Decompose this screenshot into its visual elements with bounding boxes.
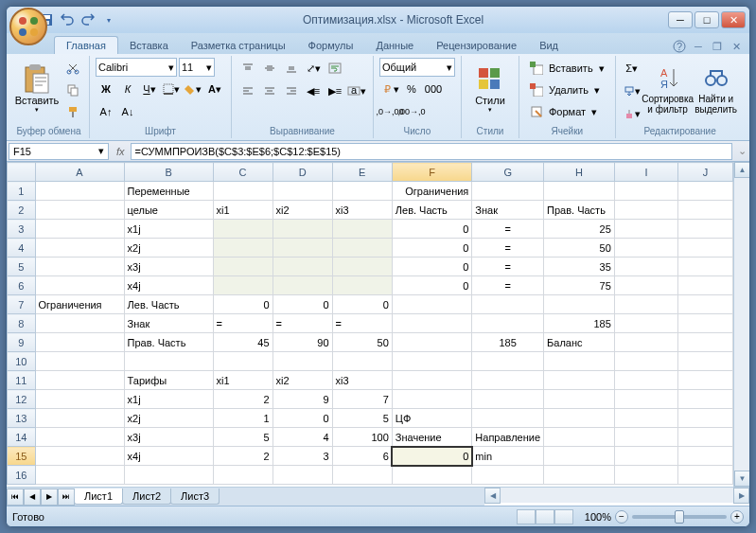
percent-icon[interactable]: % bbox=[401, 79, 422, 99]
cell[interactable]: 6 bbox=[332, 447, 392, 466]
row-header[interactable]: 3 bbox=[8, 220, 36, 239]
cell[interactable]: Тарифы bbox=[124, 371, 213, 390]
col-header[interactable]: J bbox=[678, 163, 733, 182]
cell[interactable] bbox=[678, 220, 733, 239]
cell[interactable] bbox=[544, 466, 615, 485]
cell[interactable] bbox=[614, 447, 677, 466]
cell[interactable] bbox=[35, 428, 124, 447]
cell[interactable] bbox=[614, 371, 677, 390]
row-header[interactable]: 11 bbox=[8, 371, 36, 390]
border-icon[interactable]: ▾ bbox=[161, 79, 182, 99]
col-header[interactable]: C bbox=[213, 163, 273, 182]
zoom-in-icon[interactable]: + bbox=[730, 510, 744, 524]
cell[interactable]: x2j bbox=[124, 409, 213, 428]
col-header[interactable]: D bbox=[273, 163, 332, 182]
cell[interactable] bbox=[614, 352, 677, 371]
row-header[interactable]: 16 bbox=[8, 466, 36, 485]
cell[interactable] bbox=[35, 276, 124, 295]
cell[interactable]: Значение bbox=[392, 428, 472, 447]
row-header[interactable]: 2 bbox=[8, 201, 36, 220]
tab-home[interactable]: Главная bbox=[54, 36, 118, 54]
cell[interactable] bbox=[678, 333, 733, 352]
cell[interactable]: 3 bbox=[273, 447, 332, 466]
cell[interactable]: x4j bbox=[124, 276, 213, 295]
cell[interactable] bbox=[35, 390, 124, 409]
col-header[interactable]: F bbox=[392, 163, 472, 182]
cell[interactable]: 0 bbox=[392, 276, 472, 295]
cell[interactable]: 1 bbox=[213, 409, 273, 428]
cell[interactable]: x2j bbox=[124, 239, 213, 258]
cell[interactable] bbox=[544, 447, 615, 466]
row-header[interactable]: 8 bbox=[8, 314, 36, 333]
sheet-tab-3[interactable]: Лист3 bbox=[170, 489, 220, 505]
cell[interactable] bbox=[35, 182, 124, 201]
cell[interactable] bbox=[213, 352, 273, 371]
grid[interactable]: ABCDEFGHIJ1ПеременныеОграничения2целыеxi… bbox=[7, 162, 733, 487]
cell[interactable] bbox=[614, 428, 677, 447]
shrink-font-icon[interactable]: A↓ bbox=[117, 101, 138, 122]
cell[interactable] bbox=[35, 466, 124, 485]
autosum-icon[interactable]: Σ▾ bbox=[622, 58, 642, 79]
cell[interactable] bbox=[35, 447, 124, 466]
cell[interactable] bbox=[614, 466, 677, 485]
orientation-icon[interactable]: ⤢▾ bbox=[303, 58, 324, 79]
cell[interactable] bbox=[614, 333, 677, 352]
accounting-format-icon[interactable]: ₽▾ bbox=[379, 79, 400, 99]
cell[interactable] bbox=[614, 201, 677, 220]
cell[interactable]: Ограничения bbox=[35, 295, 124, 314]
cell[interactable] bbox=[392, 371, 472, 390]
cell[interactable]: = bbox=[273, 314, 332, 333]
cell[interactable] bbox=[35, 333, 124, 352]
cell[interactable] bbox=[35, 239, 124, 258]
cell[interactable]: xi1 bbox=[213, 201, 273, 220]
row-header[interactable]: 12 bbox=[8, 390, 36, 409]
cell[interactable] bbox=[614, 295, 677, 314]
cell[interactable] bbox=[332, 466, 392, 485]
row-header[interactable]: 1 bbox=[8, 182, 36, 201]
cell[interactable]: xi3 bbox=[332, 201, 392, 220]
row-header[interactable]: 14 bbox=[8, 428, 36, 447]
page-break-view-icon[interactable] bbox=[554, 509, 573, 524]
cell[interactable]: xi1 bbox=[213, 371, 273, 390]
col-header[interactable] bbox=[8, 163, 36, 182]
cell[interactable]: 45 bbox=[213, 333, 273, 352]
cell[interactable]: Направление bbox=[472, 428, 544, 447]
cell[interactable]: = bbox=[472, 258, 544, 276]
cell[interactable] bbox=[678, 390, 733, 409]
delete-cells-button[interactable]: Удалить▾ bbox=[525, 80, 605, 100]
wrap-text-icon[interactable] bbox=[325, 58, 345, 79]
cell[interactable]: 4 bbox=[273, 428, 332, 447]
tab-review[interactable]: Рецензирование bbox=[425, 37, 528, 54]
merge-center-icon[interactable]: a▾ bbox=[346, 80, 367, 101]
cell[interactable]: Ограничения bbox=[392, 182, 472, 201]
cell[interactable] bbox=[392, 314, 472, 333]
cell[interactable]: Лев. Часть bbox=[124, 295, 213, 314]
fx-icon[interactable]: fx bbox=[111, 146, 131, 157]
cell[interactable]: = bbox=[332, 314, 392, 333]
cell[interactable] bbox=[213, 276, 273, 295]
cell[interactable] bbox=[544, 352, 615, 371]
undo-icon[interactable] bbox=[58, 10, 77, 29]
cell[interactable]: xi3 bbox=[332, 371, 392, 390]
cell[interactable]: x4j bbox=[124, 447, 213, 466]
cell[interactable] bbox=[472, 182, 544, 201]
cell[interactable] bbox=[35, 258, 124, 276]
sheet-nav-prev-icon[interactable]: ◀ bbox=[24, 489, 41, 506]
cell[interactable] bbox=[332, 258, 392, 276]
cell[interactable]: целые bbox=[124, 201, 213, 220]
cell[interactable] bbox=[544, 428, 615, 447]
tab-data[interactable]: Данные bbox=[364, 37, 425, 54]
cell[interactable] bbox=[472, 371, 544, 390]
cell[interactable] bbox=[678, 276, 733, 295]
col-header[interactable]: G bbox=[472, 163, 544, 182]
decrease-indent-icon[interactable]: ◀≡ bbox=[303, 80, 324, 101]
cell[interactable]: = bbox=[472, 239, 544, 258]
redo-icon[interactable] bbox=[79, 10, 97, 29]
cell[interactable] bbox=[678, 258, 733, 276]
cell[interactable] bbox=[472, 352, 544, 371]
cell[interactable]: 35 bbox=[544, 258, 615, 276]
cell[interactable]: x1j bbox=[124, 220, 213, 239]
cell[interactable]: 5 bbox=[332, 409, 392, 428]
cell[interactable]: 50 bbox=[332, 333, 392, 352]
align-bottom-icon[interactable] bbox=[281, 58, 302, 79]
